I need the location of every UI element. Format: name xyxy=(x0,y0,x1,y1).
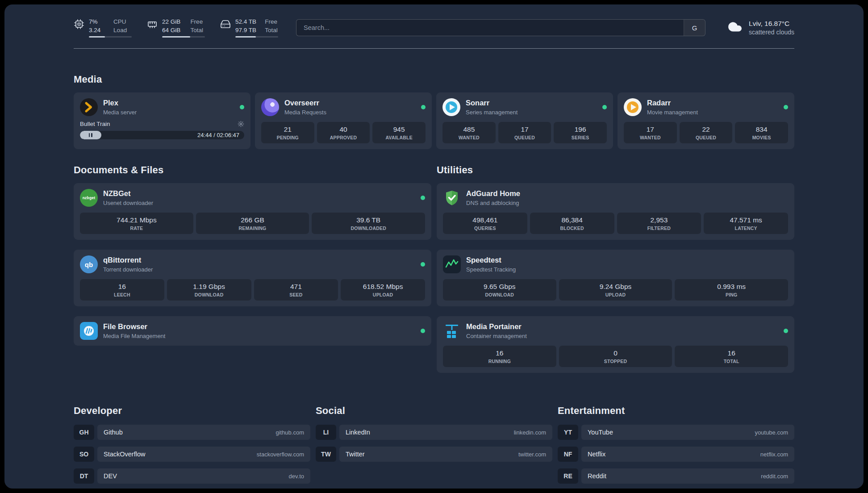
bookmark-link[interactable]: LinkedIn linkedin.com xyxy=(339,425,552,440)
service-description: Series management xyxy=(466,109,517,116)
stat-upload: 618.52 Mbps UPLOAD xyxy=(341,279,425,301)
stat-value: 9.24 Gbps xyxy=(561,283,671,291)
bookmark-stackoverflow[interactable]: SO StackOverflow stackoverflow.com xyxy=(74,447,310,462)
topbar-divider xyxy=(74,48,794,49)
stat-download: 9.65 Gbps DOWNLOAD xyxy=(443,279,556,301)
stat-value: 86,384 xyxy=(532,216,613,224)
stat-value: 618.52 Mbps xyxy=(342,283,423,291)
pause-icon[interactable] xyxy=(89,133,92,137)
resource-primary-value: 52.4 TB xyxy=(235,18,257,26)
qbittorrent-icon: qb xyxy=(80,255,98,273)
bookmark-domain: twitter.com xyxy=(518,451,546,458)
bookmark-link[interactable]: Github github.com xyxy=(97,425,310,440)
resource-primary-label: CPU xyxy=(113,18,132,26)
status-dot xyxy=(421,329,425,333)
stat-label: STOPPED xyxy=(561,359,671,364)
stat-blocked: 86,384 BLOCKED xyxy=(530,213,614,234)
bookmarks-section: DeveloperGH Github github.com SO StackOv… xyxy=(74,405,794,484)
resource-widgets: 7% CPU 3.24 Load 22 GiB Free 64 GiB Tota… xyxy=(74,18,278,38)
dashboard-frame: 7% CPU 3.24 Load 22 GiB Free 64 GiB Tota… xyxy=(4,4,864,489)
two-column-groups: Documents & Files nzbget NZBGet Usenet d… xyxy=(74,164,794,373)
resource-primary-value: 22 GiB xyxy=(162,18,182,26)
stat-label: WANTED xyxy=(626,135,675,140)
stat-approved: 40 APPROVED xyxy=(317,122,370,143)
bookmark-link[interactable]: Netflix netflix.com xyxy=(581,447,794,462)
service-text: Plex Media server xyxy=(103,99,137,116)
bookmark-link[interactable]: DEV dev.to xyxy=(97,468,310,484)
stat-value: 834 xyxy=(737,125,786,134)
bookmark-domain: dev.to xyxy=(289,473,304,480)
bookmark-link[interactable]: Reddit reddit.com xyxy=(581,468,794,484)
service-description: DNS and adblocking xyxy=(466,200,520,206)
gear-icon[interactable] xyxy=(238,121,244,127)
stat-label: FILTERED xyxy=(619,226,700,231)
weather-condition: scattered clouds xyxy=(749,29,794,36)
stat-label: APPROVED xyxy=(319,135,368,140)
service-card-overseerr[interactable]: Overseerr Media Requests 21 PENDING 40 A… xyxy=(255,92,432,149)
search-provider-button[interactable]: G xyxy=(684,20,705,36)
cloud-icon xyxy=(727,19,743,37)
bookmark-reddit[interactable]: RE Reddit reddit.com xyxy=(558,468,794,484)
resource-progress-track xyxy=(162,36,205,38)
bookmark-youtube[interactable]: YT YouTube youtube.com xyxy=(558,425,794,440)
bookmark-link[interactable]: YouTube youtube.com xyxy=(581,425,794,440)
service-stats: 498,461 QUERIES 86,384 BLOCKED 2,953 FIL… xyxy=(443,213,788,234)
playback-time: 24:44 / 02:06:47 xyxy=(197,132,239,138)
bookmark-linkedin[interactable]: LI LinkedIn linkedin.com xyxy=(316,425,552,440)
service-card-sonarr[interactable]: Sonarr Series management 485 WANTED 17 Q… xyxy=(436,92,613,149)
resource-progress-fill xyxy=(162,36,190,38)
service-card-file-browser[interactable]: File Browser Media File Management xyxy=(74,316,431,346)
service-stats: 16 RUNNING 0 STOPPED 16 TOTAL xyxy=(443,346,788,367)
bookmark-domain: youtube.com xyxy=(755,429,788,436)
group-title: Developer xyxy=(74,405,310,417)
bookmark-name: Twitter xyxy=(346,451,365,458)
search-bar: G xyxy=(296,19,705,36)
service-card-header: Overseerr Media Requests xyxy=(261,98,426,116)
service-card-qbittorrent[interactable]: qb qBittorrent Torrent downloader 16 LEE… xyxy=(74,250,431,306)
bookmark-netflix[interactable]: NF Netflix netflix.com xyxy=(558,447,794,462)
stat-value: 16 xyxy=(676,349,786,357)
service-card-speedtest[interactable]: Speedtest Speedtest Tracking 9.65 Gbps D… xyxy=(437,250,794,306)
bookmark-abbr: RE xyxy=(558,468,578,484)
cpu-icon xyxy=(74,19,84,29)
bookmark-list: YT YouTube youtube.com NF Netflix netfli… xyxy=(558,425,794,484)
bookmark-github[interactable]: GH Github github.com xyxy=(74,425,310,440)
service-text: qBittorrent Torrent downloader xyxy=(103,256,153,273)
stat-label: PING xyxy=(676,292,786,297)
stat-available: 945 AVAILABLE xyxy=(372,122,426,143)
bookmark-abbr: SO xyxy=(74,447,94,462)
service-name: Sonarr xyxy=(466,99,517,108)
search-input[interactable] xyxy=(296,24,684,31)
resource-progress-fill xyxy=(235,36,256,38)
status-dot xyxy=(784,105,788,109)
resource-secondary-value: 64 GiB xyxy=(162,26,182,34)
bookmark-link[interactable]: Twitter twitter.com xyxy=(339,447,552,462)
resource-primary-label: Free xyxy=(190,18,205,26)
stat-leech: 16 LEECH xyxy=(80,279,164,301)
seek-bar[interactable]: 24:44 / 02:06:47 xyxy=(80,131,244,139)
media-cards-row: Plex Media server Bullet Train 24:44 / 0… xyxy=(74,92,794,149)
service-stats: 744.21 Mbps RATE 266 GB REMAINING 39.6 T… xyxy=(80,213,425,234)
service-description: Torrent downloader xyxy=(103,266,153,273)
service-card-media-portainer[interactable]: Media Portainer Container management 16 … xyxy=(437,316,794,373)
bookmark-group-developer: DeveloperGH Github github.com SO StackOv… xyxy=(74,405,310,484)
stat-downloaded: 39.6 TB DOWNLOADED xyxy=(312,213,425,234)
service-card-adguard-home[interactable]: AdGuard Home DNS and adblocking 498,461 … xyxy=(437,183,794,240)
service-card-plex[interactable]: Plex Media server Bullet Train 24:44 / 0… xyxy=(74,92,250,149)
bookmark-name: LinkedIn xyxy=(346,429,370,436)
bookmark-link[interactable]: StackOverflow stackoverflow.com xyxy=(97,447,310,462)
stat-label: DOWNLOAD xyxy=(445,292,555,297)
service-card-radarr[interactable]: Radarr Movie management 17 WANTED 22 QUE… xyxy=(618,92,794,149)
service-card-nzbget[interactable]: nzbget NZBGet Usenet downloader 744.21 M… xyxy=(74,183,431,240)
service-name: Radarr xyxy=(647,99,698,108)
resource-primary-label: Free xyxy=(265,18,278,26)
resource-secondary-value: 3.24 xyxy=(89,26,105,34)
service-card-header: qb qBittorrent Torrent downloader xyxy=(80,255,425,273)
bookmark-abbr: GH xyxy=(74,425,94,440)
resource-primary-value: 7% xyxy=(89,18,105,26)
bookmark-twitter[interactable]: TW Twitter twitter.com xyxy=(316,447,552,462)
service-stats: 16 LEECH 1.19 Gbps DOWNLOAD 471 SEED 618… xyxy=(80,279,425,301)
bookmark-dev[interactable]: DT DEV dev.to xyxy=(74,468,310,484)
stat-value: 471 xyxy=(256,283,337,291)
service-text: Sonarr Series management xyxy=(466,99,517,116)
